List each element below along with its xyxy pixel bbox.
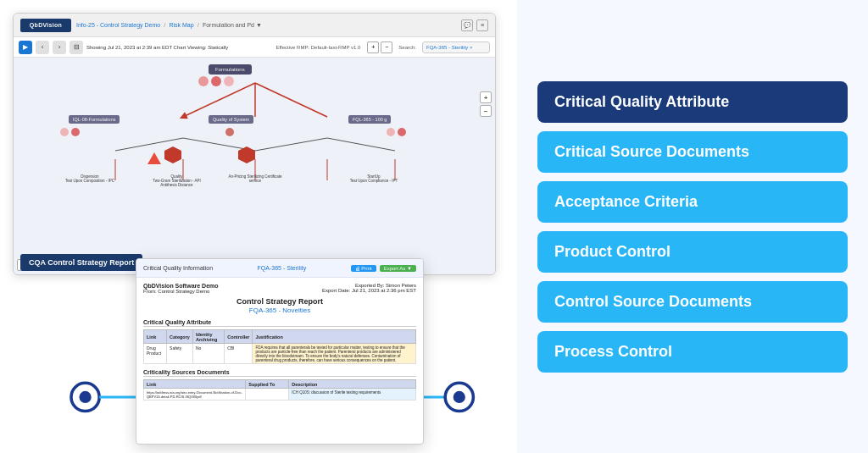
svg-line-6 xyxy=(327,138,395,151)
search-box[interactable]: FQA-365 - Sterility × xyxy=(422,41,490,53)
svg-point-13 xyxy=(79,391,91,403)
node-formulations: Formulations xyxy=(209,64,252,75)
attribute-item-critical-quality[interactable]: Critical Quality Attribute xyxy=(537,81,848,123)
scroll-controls: + − xyxy=(480,91,492,117)
left-panel: QbDVision Info-25 - Control Strategy Dem… xyxy=(0,0,517,453)
svg-line-0 xyxy=(183,83,255,117)
cell-controller: CBI xyxy=(225,344,253,364)
circles-right xyxy=(387,128,406,136)
breadcrumb: Info-25 - Control Strategy Demo / Risk M… xyxy=(76,21,456,29)
cell-category: Safety xyxy=(167,344,193,364)
breadcrumb-item-2: Risk Map xyxy=(169,22,193,28)
node-right-box[interactable]: FQL-365 - 100 g xyxy=(348,115,391,124)
cqa-label-box: CQA Control Strategy Report xyxy=(20,254,142,271)
section1-table: Link Category Identity Archiving Control… xyxy=(143,329,416,364)
cell-identity: No xyxy=(192,344,224,364)
play-btn[interactable]: ▶ xyxy=(19,41,32,54)
col-controller: Controller xyxy=(225,330,253,344)
connector-svg xyxy=(14,58,495,274)
company-name: QbDVision Software Demo xyxy=(143,283,219,289)
cell2-supplied xyxy=(246,389,289,401)
scroll-down-btn[interactable]: − xyxy=(480,105,492,117)
report-subtitle: FQA-365 - Novelties xyxy=(143,307,416,314)
app-logo: QbDVision xyxy=(20,19,71,32)
zoom-out-btn[interactable]: − xyxy=(381,41,392,53)
hexagon-1 xyxy=(164,146,181,163)
export-btn[interactable]: Export As ▼ xyxy=(380,265,416,272)
triangle-1 xyxy=(147,152,161,164)
stop-btn[interactable]: ⊟ xyxy=(70,41,83,54)
browser-content: Formulations IQL-08-Formulations Quality… xyxy=(14,58,495,274)
toolbar-label: Showing Jul 21, 2023 at 2:39 am EDT Char… xyxy=(86,45,273,50)
export-date-row: Export Date: Jul 21, 2023 at 2:36 pm EST xyxy=(322,288,416,293)
hexagon-2 xyxy=(238,146,255,163)
fwd-btn[interactable]: › xyxy=(53,41,66,54)
attribute-item-acceptance-criteria[interactable]: Acceptance Criteria xyxy=(537,181,848,223)
attribute-item-critical-source[interactable]: Critical Source Documents xyxy=(537,131,848,173)
attribute-item-process-control[interactable]: Process Control xyxy=(537,331,848,373)
svg-line-5 xyxy=(255,138,327,151)
message-icon[interactable]: 💬 xyxy=(461,19,473,31)
col-link: Link xyxy=(144,330,167,344)
browser-window: QbDVision Info-25 - Control Strategy Dem… xyxy=(13,13,496,275)
scroll-up-btn[interactable]: + xyxy=(480,91,492,103)
breadcrumb-item-1: Info-25 - Control Strategy Demo xyxy=(76,22,160,28)
back-btn[interactable]: ‹ xyxy=(36,41,49,54)
breadcrumb-item-3: Formulation and Pd ▼ xyxy=(203,22,262,28)
attribute-item-product-control[interactable]: Product Control xyxy=(537,231,848,273)
logo-text: QbDVision xyxy=(30,22,62,28)
effective-label: Effective RMP: Default-last-RMP v1.0 xyxy=(276,45,361,50)
node-left-box[interactable]: IQL-08-Formulations xyxy=(69,115,120,124)
col2-description: Description xyxy=(289,380,416,389)
svg-line-2 xyxy=(255,83,327,117)
print-btn[interactable]: 🖨 Print xyxy=(351,265,376,272)
sublabel-left: DispersionTest Upon Composition - IPC xyxy=(60,174,120,183)
cell2-description: ICH Q10S: discussion of Sterile testing … xyxy=(289,389,416,401)
attribute-item-control-source[interactable]: Control Source Documents xyxy=(537,281,848,323)
sublabel-center-left: QualityTwo-Gram Sterilization - APIAntit… xyxy=(145,174,209,187)
report-document: Critical Quality Information FQA-365 - S… xyxy=(136,258,424,445)
col2-supplied: Supplied To xyxy=(246,380,289,389)
from-label: From: xyxy=(143,289,157,294)
circles-center xyxy=(225,128,234,136)
report-doc-header: Critical Quality Information FQA-365 - S… xyxy=(136,259,423,278)
report-doc-btns: 🖨 Print Export As ▼ xyxy=(351,265,416,272)
table-row: https://address.aia.org/airo-entry-Docum… xyxy=(144,389,416,401)
browser-toolbar: ▶ ‹ › ⊟ Showing Jul 21, 2023 at 2:39 am … xyxy=(14,37,495,58)
table-row: Drug Product Safety No CBI FDA requires … xyxy=(144,344,416,364)
right-panel: Critical Quality AttributeCritical Sourc… xyxy=(517,0,868,453)
search-label: Search: xyxy=(398,45,416,50)
section2-title: Criticality Sources Documents xyxy=(143,369,416,377)
col2-link: Link xyxy=(144,380,246,389)
cell-link: Drug Product xyxy=(144,344,167,364)
cell-justification: FDA requires that all parenterals be tes… xyxy=(253,344,416,364)
report-doc-body: QbDVision Software Demo From: Control St… xyxy=(136,278,423,411)
section2-table: Link Supplied To Description https://add… xyxy=(143,379,416,401)
sublabel-center: An-Pricing Sterilizing Certificate servi… xyxy=(225,174,285,183)
section1-title: Critical Quality Attribute xyxy=(143,319,416,327)
menu-icon[interactable]: ≡ xyxy=(476,19,488,31)
col-category: Category xyxy=(167,330,193,344)
from-value: Control Strategy Demo xyxy=(158,289,209,294)
cell2-link: https://address.aia.org/airo-entry-Docum… xyxy=(144,389,246,401)
export-date-value: Jul 21, 2023 at 2:36 pm EST xyxy=(352,288,416,293)
node-center-box[interactable]: Quality of System xyxy=(209,115,253,124)
report-title: Control Strategy Report xyxy=(143,297,416,306)
search-value: FQA-365 - Sterility × xyxy=(426,45,473,50)
report-header-label: Critical Quality Information xyxy=(143,265,213,271)
sublabel-right: StartUpTest Upon Compliance - IPT xyxy=(344,174,403,183)
browser-titlebar: QbDVision Info-25 - Control Strategy Dem… xyxy=(14,14,495,37)
from-row: From: Control Strategy Demo xyxy=(143,289,219,294)
col-identity: Identity Archiving xyxy=(192,330,224,344)
circles-left xyxy=(60,128,80,136)
zoom-in-btn[interactable]: + xyxy=(367,41,379,53)
report-subtitle-header: FQA-365 - Sterility xyxy=(258,265,307,271)
svg-point-16 xyxy=(453,391,465,403)
col-justification: Justification xyxy=(253,330,416,344)
export-date-label: Export Date: xyxy=(322,288,350,293)
circles-top-left xyxy=(198,76,234,86)
report-company-row: QbDVision Software Demo From: Control St… xyxy=(143,283,416,294)
